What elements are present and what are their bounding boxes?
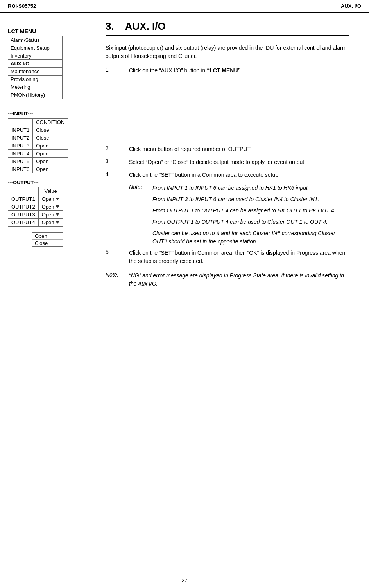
input-row-value: Open [33, 142, 68, 150]
step-2-text: Click menu button of required number of … [129, 145, 349, 153]
lct-menu-item[interactable]: Alarm/Status [8, 36, 63, 44]
input-col-label [8, 119, 33, 126]
header-left: ROI-S05752 [8, 3, 36, 9]
output-dropdown[interactable]: OpenClose [32, 232, 63, 247]
output-row-label: OUTPUT3 [8, 211, 39, 219]
output-row-label: OUTPUT4 [8, 219, 39, 227]
output-row-label: OUTPUT2 [8, 203, 39, 211]
lct-menu-title: LCT MENU [8, 28, 94, 34]
lct-menu-item[interactable]: AUX I/O [8, 60, 63, 68]
input-row-label: INPUT3 [8, 142, 33, 150]
chapter-number: 3. [106, 20, 114, 32]
output-row-value[interactable]: Open [38, 211, 63, 219]
header-right: AUX. I/O [341, 3, 361, 9]
chapter-title: AUX. I/O [125, 20, 166, 32]
input-row-value: Close [33, 126, 68, 134]
step-3-number: 3 [106, 158, 129, 164]
intro-paragraph: Six input (photocoupler) and six output … [106, 44, 349, 60]
note-4-row: From OUTPUT 1 to OUTPUT 4 can be used to… [129, 218, 349, 226]
step-4-text: Click on the “SET” button in a Common ar… [129, 171, 349, 179]
page-header: ROI-S05752 AUX. I/O [0, 0, 369, 13]
step-5-text: Click on the “SET” button in Common area… [129, 249, 349, 265]
note-4-text: From OUTPUT 1 to OUTPUT 4 can be used to… [152, 218, 349, 226]
dropdown-arrow-icon [56, 221, 59, 224]
lct-menu-item[interactable]: Provisioning [8, 76, 63, 83]
output-col-label [8, 187, 39, 195]
input-row-label: INPUT2 [8, 134, 33, 142]
input-table-title: ---INPUT--- [8, 111, 94, 117]
note-3-text: From OUTPUT 1 to OUTPUT 4 can be assigne… [152, 207, 349, 215]
step-1-number: 1 [106, 67, 129, 73]
left-panel: LCT MENU Alarm/StatusEquipment SetupInve… [8, 13, 94, 299]
notes-container: Note: From INPUT 1 to INPUT 6 can be ass… [129, 184, 349, 246]
dropdown-option[interactable]: Open [32, 233, 63, 240]
note-1-label: Note: [129, 184, 152, 190]
input-col-condition: CONDITION [33, 119, 68, 126]
note-5-text: Cluster can be used up to 4 and for each… [152, 229, 349, 246]
lct-menu-item[interactable]: Maintenance [8, 68, 63, 76]
note-3-row: From OUTPUT 1 to OUTPUT 4 can be assigne… [129, 207, 349, 215]
input-row-value: Close [33, 134, 68, 142]
page-number: -27- [180, 577, 189, 583]
final-note-text: “NG” and error message are displayed in … [129, 272, 349, 288]
input-row-label: INPUT1 [8, 126, 33, 134]
input-row-label: INPUT6 [8, 165, 33, 173]
step-5-number: 5 [106, 249, 129, 255]
output-table-title: ---OUTPUT--- [8, 180, 94, 185]
page-footer: -27- [0, 577, 369, 583]
dropdown-arrow-icon [56, 205, 59, 208]
note-2-text: From INPUT 3 to INPUT 6 can be used to C… [152, 195, 349, 203]
output-table: Value OUTPUT1OpenOUTPUT2OpenOUTPUT3OpenO… [8, 187, 63, 227]
lct-menu-item[interactable]: Inventory [8, 52, 63, 60]
step-2-number: 2 [106, 145, 129, 151]
input-row-value: Open [33, 158, 68, 165]
output-row-value[interactable]: Open [38, 203, 63, 211]
input-row-label: INPUT5 [8, 158, 33, 165]
output-row-value[interactable]: Open [38, 219, 63, 227]
dropdown-arrow-icon [56, 198, 59, 200]
lct-menu-item[interactable]: Equipment Setup [8, 44, 63, 52]
input-table: CONDITION INPUT1CloseINPUT2CloseINPUT3Op… [8, 118, 68, 173]
step-3-text: Select “Open” or “Close” to decide outpu… [129, 158, 349, 166]
output-row-label: OUTPUT1 [8, 195, 39, 203]
step-2-row: 2 Click menu button of required number o… [106, 145, 349, 153]
step-1-row: 1 Click on the “AUX I/O” button in “LCT … [106, 67, 349, 75]
step-1-text: Click on the “AUX I/O” button in “LCT ME… [129, 67, 349, 75]
note-1-text: From INPUT 1 to INPUT 6 can be assigned … [152, 184, 349, 192]
lct-menu-table: Alarm/StatusEquipment SetupInventoryAUX … [8, 36, 63, 99]
note-5-row: Cluster can be used up to 4 and for each… [129, 229, 349, 246]
input-row-label: INPUT4 [8, 150, 33, 158]
dropdown-arrow-icon [56, 213, 59, 216]
note-2-row: From INPUT 3 to INPUT 6 can be used to C… [129, 195, 349, 203]
step-5-row: 5 Click on the “SET” button in Common ar… [106, 249, 349, 265]
note-1-row: Note: From INPUT 1 to INPUT 6 can be ass… [129, 184, 349, 192]
step-3-row: 3 Select “Open” or “Close” to decide out… [106, 158, 349, 166]
final-note-row: Note: “NG” and error message are display… [106, 272, 349, 288]
lct-menu-item[interactable]: Metering [8, 83, 63, 91]
output-row-value[interactable]: Open [38, 195, 63, 203]
output-col-value: Value [38, 187, 63, 195]
step-4-number: 4 [106, 171, 129, 177]
step-4-row: 4 Click on the “SET” button in a Common … [106, 171, 349, 179]
input-row-value: Open [33, 165, 68, 173]
input-row-value: Open [33, 150, 68, 158]
final-note-label: Note: [106, 272, 129, 278]
dropdown-option[interactable]: Close [32, 240, 63, 247]
main-content: 3. AUX. I/O Six input (photocoupler) and… [94, 13, 361, 299]
lct-menu-item[interactable]: PMON(History) [8, 91, 63, 99]
chapter-heading: 3. AUX. I/O [106, 20, 349, 36]
